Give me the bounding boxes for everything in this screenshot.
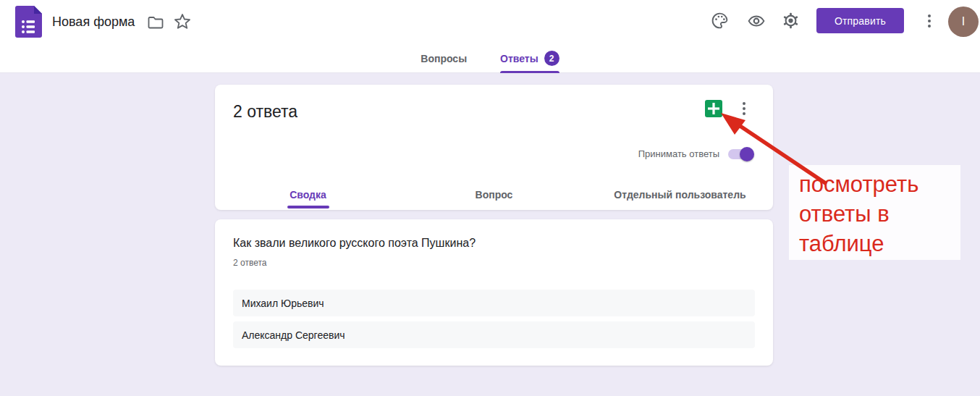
form-nav-tabs: Вопросы Ответы 2 [0,43,980,73]
customize-theme-palette-icon[interactable] [711,12,728,29]
move-to-folder-icon[interactable] [147,14,164,31]
accept-responses-label: Принимать ответы [638,148,719,159]
active-tab-indicator [500,71,559,73]
subtab-individual[interactable]: Отдельный пользователь [587,180,773,210]
account-avatar[interactable]: I [948,7,979,37]
tab-answers[interactable]: Ответы 2 [500,43,559,73]
annotation-line: таблице [799,229,960,258]
form-title[interactable]: Новая форма [52,0,135,43]
answer-text: Александр Сергеевич [242,329,345,341]
subtab-question-label: Вопрос [476,189,513,201]
question-responses-count: 2 ответа [233,258,266,268]
annotation-note: посмотреть ответы в таблице [789,165,960,260]
tab-questions[interactable]: Вопросы [421,43,467,73]
answers-count-badge: 2 [544,51,559,66]
annotation-line: посмотреть [799,169,960,199]
responses-more-options-icon[interactable] [738,100,751,117]
question-results-card: Как звали великого русского поэта Пушкин… [215,219,773,366]
create-spreadsheet-icon[interactable] [704,99,723,118]
subtab-summary-label: Сводка [290,189,326,201]
question-title: Как звали великого русского поэта Пушкин… [233,237,476,250]
annotation-line: ответы в [799,199,960,229]
preview-eye-icon[interactable] [747,12,764,30]
toggle-knob [740,147,754,161]
answer-row: Александр Сергеевич [233,321,755,348]
responses-count-title: 2 ответа [233,102,297,122]
accept-responses-toggle[interactable] [728,149,753,159]
tab-questions-label: Вопросы [421,53,467,64]
google-forms-logo-icon[interactable] [15,6,42,38]
subtab-question[interactable]: Вопрос [401,180,587,210]
responses-subtabs: Сводка Вопрос Отдельный пользователь [215,180,773,210]
top-app-bar: Новая форма [0,0,980,43]
more-options-icon[interactable] [923,12,936,30]
tab-answers-label: Ответы [500,53,538,64]
subtab-summary[interactable]: Сводка [215,180,401,210]
responses-summary-card: 2 ответа Принимать ответы Сводка Вопрос … [215,85,773,210]
accept-responses-row: Принимать ответы [638,148,753,159]
send-button[interactable]: Отправить [816,8,904,33]
settings-gear-icon[interactable] [782,12,799,29]
subtab-active-indicator [287,206,329,208]
answer-text: Михаил Юрьевич [242,298,324,309]
favorite-star-icon[interactable] [173,12,190,30]
answers-list: Михаил Юрьевич Александр Сергеевич [233,290,755,348]
answer-row: Михаил Юрьевич [233,290,755,316]
avatar-letter: I [962,15,965,28]
subtab-individual-label: Отдельный пользователь [614,189,745,201]
